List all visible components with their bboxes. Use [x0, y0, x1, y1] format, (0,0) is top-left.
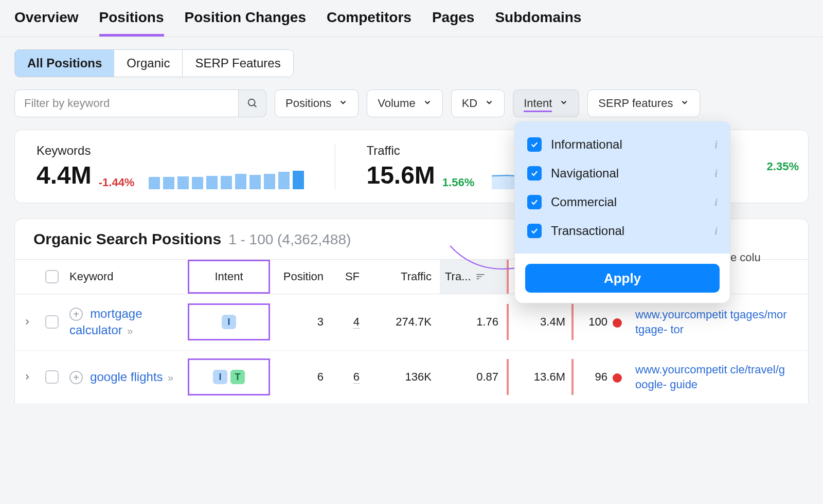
info-icon[interactable]: i [714, 167, 718, 180]
svg-line-1 [254, 105, 256, 107]
cell-kd: 100 [574, 304, 630, 340]
intent-option-commercial[interactable]: Commercial i [525, 188, 720, 217]
col-position[interactable]: Position [270, 260, 332, 294]
sort-desc-icon [475, 272, 486, 282]
cell-sf: 6 [332, 359, 368, 395]
intent-badge-informational: I [213, 370, 227, 384]
svg-point-0 [248, 99, 255, 106]
expand-row[interactable] [15, 306, 40, 338]
segment-all-positions[interactable]: All Positions [14, 49, 115, 77]
col-traffic-share[interactable]: Tra... [440, 260, 507, 294]
cell-traffic-share: 1.76 [440, 304, 507, 340]
cell-kd: 96 [574, 359, 630, 395]
section-title: Organic Search Positions [33, 230, 221, 248]
segment-organic[interactable]: Organic [114, 50, 183, 77]
traffic-value: 15.6M [366, 161, 435, 189]
cell-sf: 4 [332, 304, 368, 340]
cost-delta: 2.35% [767, 160, 799, 173]
url-link[interactable]: www.yourcompetit tgages/mortgage- tor [635, 308, 787, 336]
intent-badge-informational: I [222, 315, 236, 329]
keywords-value: 4.4M [37, 161, 92, 189]
segment-serp-features[interactable]: SERP Features [183, 50, 293, 77]
keyword-link[interactable]: google flights » [90, 370, 173, 384]
tab-subdomains[interactable]: Subdomains [495, 9, 581, 37]
tab-overview[interactable]: Overview [14, 9, 79, 37]
add-to-list-icon[interactable]: + [69, 308, 83, 321]
checkbox-checked[interactable] [527, 224, 542, 238]
info-icon[interactable]: i [714, 138, 718, 151]
select-all-checkbox[interactable] [45, 270, 59, 283]
kd-difficulty-dot [613, 318, 622, 328]
position-type-segment: All Positions Organic SERP Features [14, 49, 294, 77]
tab-pages[interactable]: Pages [432, 9, 475, 37]
chevron-down-icon [485, 97, 494, 110]
intent-option-transactional[interactable]: Transactional i [525, 217, 720, 245]
section-subtitle: 1 - 100 (4,362,488) [228, 231, 351, 248]
row-checkbox[interactable] [45, 370, 59, 384]
expand-row[interactable] [15, 361, 40, 393]
url-link[interactable]: www.yourcompetit cle/travel/google- guid… [635, 363, 785, 391]
apply-button[interactable]: Apply [525, 264, 720, 293]
info-icon[interactable]: i [714, 224, 718, 238]
col-intent[interactable]: Intent [188, 260, 270, 294]
checkbox-checked[interactable] [527, 166, 542, 181]
chevron-down-icon [559, 97, 568, 110]
filter-positions[interactable]: Positions [275, 89, 359, 117]
keyword-filter-input[interactable] [14, 89, 239, 117]
chevron-down-icon [680, 97, 689, 110]
cell-position: 3 [270, 304, 332, 340]
cell-traffic: 136K [368, 359, 440, 395]
row-checkbox[interactable] [45, 315, 59, 329]
open-icon: » [165, 372, 174, 383]
cell-traffic: 274.7K [368, 304, 440, 340]
filter-serp-features[interactable]: SERP features [587, 89, 700, 117]
col-traffic[interactable]: Traffic [368, 260, 440, 294]
info-icon[interactable]: i [714, 195, 718, 209]
kd-difficulty-dot [613, 373, 622, 383]
checkbox-checked[interactable] [527, 137, 542, 152]
intent-option-navigational[interactable]: Navigational i [525, 159, 720, 188]
chevron-down-icon [423, 97, 432, 110]
intent-badge-transactional: T [230, 370, 245, 384]
search-icon [247, 98, 258, 109]
cell-volume: 13.6M [507, 359, 574, 395]
open-icon: » [124, 325, 133, 336]
intent-option-informational[interactable]: Informational i [525, 130, 720, 159]
filter-intent[interactable]: Intent [513, 89, 579, 117]
intent-dropdown-panel: Informational i Navigational i Commercia… [514, 121, 730, 303]
filter-volume[interactable]: Volume [367, 89, 442, 117]
table-row: + google flights » I T 6 6 136K 0.87 13.… [15, 351, 808, 404]
keywords-sparkline [149, 171, 304, 189]
add-to-list-icon[interactable]: + [69, 371, 83, 384]
tab-position-changes[interactable]: Position Changes [185, 9, 306, 37]
checkbox-checked[interactable] [527, 195, 542, 209]
top-tabs: Overview Positions Position Changes Comp… [0, 0, 823, 37]
keywords-label: Keywords [37, 143, 304, 158]
tab-positions[interactable]: Positions [99, 9, 164, 37]
traffic-delta: 1.56% [442, 176, 474, 189]
cell-traffic-share: 0.87 [440, 359, 507, 395]
col-sf[interactable]: SF [332, 260, 368, 294]
manage-columns-partial[interactable]: e colu [730, 251, 761, 264]
tab-competitors[interactable]: Competitors [327, 9, 412, 37]
chevron-down-icon [338, 97, 348, 110]
filter-kd[interactable]: KD [451, 89, 505, 117]
cell-position: 6 [270, 359, 332, 395]
cell-volume: 3.4M [507, 304, 574, 340]
keywords-delta: -1.44% [99, 176, 135, 189]
col-keyword[interactable]: Keyword [64, 260, 188, 294]
search-button[interactable] [239, 89, 266, 117]
